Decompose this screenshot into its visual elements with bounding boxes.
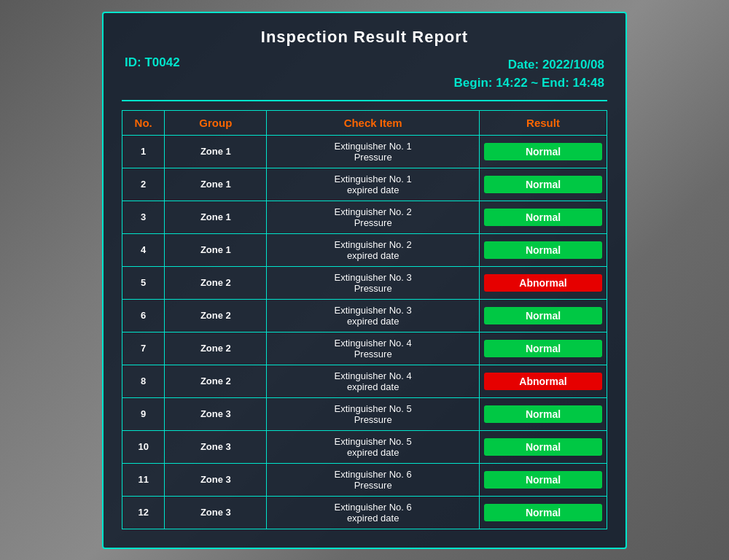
report-container: Inspection Result Report ID: T0042 Date:… xyxy=(102,12,627,549)
table-row: 10Zone 3Extinguisher No. 5expired dateNo… xyxy=(122,430,607,463)
cell-no: 3 xyxy=(122,201,165,233)
cell-group: Zone 3 xyxy=(165,496,267,529)
cell-check-item: Extinguisher No. 3expired date xyxy=(267,299,480,332)
table-row: 5Zone 2Extinguisher No. 3PressureAbnorma… xyxy=(122,266,607,299)
col-header-group: Group xyxy=(165,110,267,135)
result-badge: Normal xyxy=(484,176,602,193)
cell-group: Zone 3 xyxy=(165,463,267,496)
cell-no: 2 xyxy=(122,168,165,201)
cell-result: Normal xyxy=(479,397,607,430)
cell-result: Abnormal xyxy=(479,365,607,397)
table-row: 12Zone 3Extinguisher No. 6expired dateNo… xyxy=(122,496,607,529)
cell-check-item: Extinguisher No. 4expired date xyxy=(267,365,480,397)
result-badge: Normal xyxy=(484,241,602,259)
cell-group: Zone 1 xyxy=(165,135,267,168)
cell-check-item: Extinguisher No. 2expired date xyxy=(267,233,480,266)
cell-result: Normal xyxy=(479,496,607,529)
cell-no: 10 xyxy=(122,430,165,463)
table-header-row: No. Group Check Item Result xyxy=(122,110,607,135)
result-badge: Normal xyxy=(484,340,602,357)
cell-group: Zone 1 xyxy=(165,168,267,201)
table-row: 1Zone 1Extinguisher No. 1PressureNormal xyxy=(122,135,607,168)
col-header-no: No. xyxy=(122,110,165,135)
result-badge: Abnormal xyxy=(484,274,602,292)
cell-result: Abnormal xyxy=(479,266,607,299)
cell-no: 1 xyxy=(122,135,165,168)
table-row: 3Zone 1Extinguisher No. 2PressureNormal xyxy=(122,201,607,233)
cell-result: Normal xyxy=(479,233,607,266)
col-header-result: Result xyxy=(479,110,607,135)
table-row: 8Zone 2Extinguisher No. 4expired dateAbn… xyxy=(122,365,607,397)
cell-check-item: Extinguisher No. 4Pressure xyxy=(267,332,480,365)
cell-no: 11 xyxy=(122,463,165,496)
cell-no: 8 xyxy=(122,365,165,397)
table-row: 7Zone 2Extinguisher No. 4PressureNormal xyxy=(122,332,607,365)
cell-result: Normal xyxy=(479,463,607,496)
cell-check-item: Extinguisher No. 6expired date xyxy=(267,496,480,529)
cell-result: Normal xyxy=(479,135,607,168)
cell-group: Zone 1 xyxy=(165,233,267,266)
cell-no: 6 xyxy=(122,299,165,332)
cell-check-item: Extinguisher No. 5expired date xyxy=(267,430,480,463)
cell-no: 9 xyxy=(122,397,165,430)
result-badge: Abnormal xyxy=(484,373,602,390)
cell-group: Zone 2 xyxy=(165,266,267,299)
result-badge: Normal xyxy=(484,504,602,521)
cell-result: Normal xyxy=(479,332,607,365)
cell-check-item: Extinguisher No. 1expired date xyxy=(267,168,480,201)
result-badge: Normal xyxy=(484,471,602,489)
cell-no: 7 xyxy=(122,332,165,365)
cell-no: 5 xyxy=(122,266,165,299)
col-header-checkitem: Check Item xyxy=(267,110,480,135)
report-id: ID: T0042 xyxy=(125,55,180,70)
report-meta: ID: T0042 Date: 2022/10/08 Begin: 14:22 … xyxy=(122,55,607,93)
result-badge: Normal xyxy=(484,209,602,226)
cell-check-item: Extinguisher No. 1Pressure xyxy=(267,135,480,168)
table-row: 2Zone 1Extinguisher No. 1expired dateNor… xyxy=(122,168,607,201)
cell-result: Normal xyxy=(479,299,607,332)
cell-no: 12 xyxy=(122,496,165,529)
result-badge: Normal xyxy=(484,307,602,324)
table-row: 11Zone 3Extinguisher No. 6PressureNormal xyxy=(122,463,607,496)
cell-no: 4 xyxy=(122,233,165,266)
table-row: 4Zone 1Extinguisher No. 2expired dateNor… xyxy=(122,233,607,266)
cell-check-item: Extinguisher No. 2Pressure xyxy=(267,201,480,233)
cell-group: Zone 3 xyxy=(165,430,267,463)
cell-check-item: Extinguisher No. 6Pressure xyxy=(267,463,480,496)
cell-group: Zone 2 xyxy=(165,365,267,397)
cell-group: Zone 1 xyxy=(165,201,267,233)
cell-check-item: Extinguisher No. 5Pressure xyxy=(267,397,480,430)
cell-result: Normal xyxy=(479,430,607,463)
cell-group: Zone 2 xyxy=(165,299,267,332)
result-badge: Normal xyxy=(484,143,602,160)
report-title: Inspection Result Report xyxy=(122,28,607,47)
cell-group: Zone 3 xyxy=(165,397,267,430)
cell-check-item: Extinguisher No. 3Pressure xyxy=(267,266,480,299)
result-badge: Normal xyxy=(484,405,602,423)
inspection-table: No. Group Check Item Result 1Zone 1Extin… xyxy=(122,110,607,529)
table-row: 9Zone 3Extinguisher No. 5PressureNormal xyxy=(122,397,607,430)
cell-result: Normal xyxy=(479,168,607,201)
table-row: 6Zone 2Extinguisher No. 3expired dateNor… xyxy=(122,299,607,332)
result-badge: Normal xyxy=(484,438,602,456)
cell-group: Zone 2 xyxy=(165,332,267,365)
report-date: Date: 2022/10/08 Begin: 14:22 ~ End: 14:… xyxy=(454,55,604,93)
cell-result: Normal xyxy=(479,201,607,233)
header-divider xyxy=(122,100,607,101)
